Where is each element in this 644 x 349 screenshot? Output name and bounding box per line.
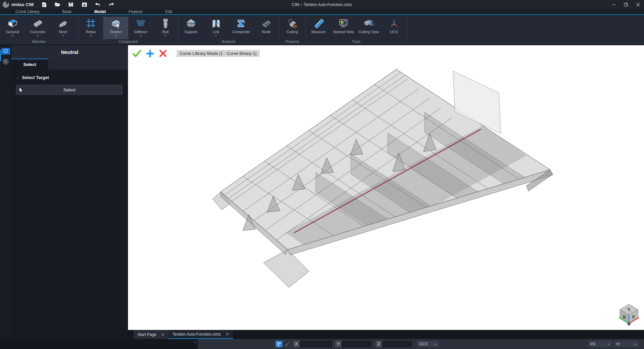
tab-feature[interactable]: Feature (117, 9, 154, 15)
y-coordinate-input[interactable] (341, 341, 372, 347)
dropdown-arrow-icon[interactable]: ▼ (115, 34, 117, 37)
mouse-cursor-icon (116, 22, 121, 30)
ribbon-group-analysis: Support Link ▼ Composite (178, 16, 279, 45)
menu-tab-bar: Curve Library Base Model Feature Edit (0, 9, 644, 15)
tab-model[interactable]: Model (83, 9, 117, 15)
z-coordinate-label: Z (376, 341, 382, 347)
chevron-down-icon[interactable]: ⌄ (16, 76, 19, 79)
select-target-button[interactable]: Select (16, 85, 123, 95)
group-label-component: Component (78, 39, 178, 45)
model-3d-drawing[interactable]: T S F (128, 45, 644, 330)
dropdown-arrow-icon[interactable]: ▼ (90, 34, 92, 37)
tab-curve-library[interactable]: Curve Library (4, 9, 51, 15)
add-icon[interactable] (146, 49, 154, 58)
doc-tab-start-page[interactable]: Start Page ✕ (133, 330, 169, 339)
app-name: midas CIM (11, 2, 34, 7)
view-cube-left-label: S (623, 315, 626, 320)
dropdown-arrow-icon[interactable]: ▼ (139, 34, 142, 37)
concrete-button[interactable]: Concrete ▼ (25, 17, 50, 39)
length-unit-select[interactable]: m ▲ (614, 341, 639, 347)
dropdown-arrow-icon[interactable]: ▼ (62, 34, 64, 37)
group-label-analysis: Analysis (178, 39, 279, 45)
redo-icon[interactable] (108, 2, 114, 7)
x-coordinate-input[interactable] (300, 341, 332, 347)
support-icon (186, 17, 196, 29)
bolt-button[interactable]: Bolt ▼ (153, 17, 178, 39)
close-tab-icon[interactable]: ✕ (226, 332, 229, 337)
ribbon-group-component: Rebar ▼ Tendon ▼ St (78, 16, 178, 45)
support-button[interactable]: Support (178, 17, 203, 39)
ribbon-group-member: General ▼ Concrete ▼ Steel ▼ (0, 16, 78, 45)
steel-icon (58, 17, 68, 29)
measure-button[interactable]: Measure (306, 17, 331, 39)
doc-tab-tendon-auto-function[interactable]: Tendon Auto-Function.cimz ✕ (169, 330, 233, 339)
cutting-view-button[interactable]: Cutting View (356, 17, 381, 39)
status-bar: ▴ X Y Z GCS ▲ kN ▲ (0, 339, 644, 349)
stiffener-button[interactable]: Stiffener ▼ (128, 17, 153, 39)
rebar-button[interactable]: Rebar ▼ (78, 17, 103, 39)
dropdown-arrow-icon[interactable]: ▼ (215, 34, 217, 37)
y-coordinate-label: Y (335, 341, 341, 347)
panel-tab-bar: Select (11, 59, 128, 70)
composite-icon (237, 17, 246, 29)
left-panel: Neutral Select ⌄ Select Target Select (11, 45, 128, 339)
cancel-icon[interactable] (159, 49, 167, 58)
panel-tab-select[interactable]: Select (11, 59, 48, 70)
z-coordinate-input[interactable] (382, 341, 412, 347)
section-header-select-target[interactable]: ⌄ Select Target (11, 70, 128, 80)
status-bar-left (0, 339, 198, 349)
snap-toggle-button[interactable] (275, 341, 282, 347)
dropdown-arrow-icon[interactable]: ▼ (37, 34, 39, 37)
open-file-icon[interactable] (55, 2, 61, 7)
close-button[interactable] (632, 0, 644, 9)
link-button[interactable]: Link ▼ (203, 17, 229, 39)
close-project-icon[interactable] (81, 2, 87, 7)
cutting-button[interactable]: Cutting (279, 17, 306, 39)
cutting-icon (287, 17, 298, 29)
dropdown-arrow-icon[interactable]: ▼ (11, 34, 14, 37)
select-arrow-icon: ▲ (634, 343, 637, 345)
steel-button[interactable]: Steel ▼ (50, 17, 75, 39)
composite-button[interactable]: Composite (229, 17, 254, 39)
ribbon-group-tools: Measure Named View Cutting View (306, 16, 407, 45)
ribbon: General ▼ Concrete ▼ Steel ▼ (0, 16, 644, 45)
ucs-button[interactable]: UCS (381, 17, 406, 39)
ortho-toggle-button[interactable] (283, 341, 291, 347)
tab-base[interactable]: Base (51, 9, 83, 15)
general-icon (8, 17, 18, 29)
measure-icon (314, 17, 324, 29)
ucs-icon (389, 17, 399, 29)
close-tab-icon[interactable]: ✕ (161, 332, 165, 337)
panel-title: Neutral (11, 45, 128, 59)
model-tree-icon[interactable] (1, 57, 10, 66)
node-icon (261, 17, 271, 29)
named-view-icon (339, 17, 349, 29)
general-button[interactable]: General ▼ (0, 17, 25, 39)
restore-button[interactable] (620, 0, 632, 9)
viewport-toolbar: Curve Library Mode (1 : Curve library-1) (133, 49, 260, 58)
new-file-icon[interactable] (41, 2, 47, 7)
bolt-icon (163, 17, 169, 29)
pointer-cursor-icon (19, 87, 23, 94)
force-unit-select[interactable]: kN ▲ (588, 341, 612, 347)
cutting-view-icon (364, 17, 374, 29)
dropdown-arrow-icon[interactable]: ▼ (164, 34, 167, 37)
minimize-button[interactable] (608, 0, 620, 9)
node-button[interactable]: Node (254, 17, 279, 39)
midas-logo-icon (3, 1, 9, 8)
save-icon[interactable] (68, 2, 74, 7)
view-cube[interactable]: T S F (619, 304, 639, 325)
confirm-icon[interactable] (133, 49, 141, 58)
named-view-button[interactable]: Named View (331, 17, 356, 39)
work-view-icon[interactable] (1, 48, 10, 55)
view-cube-right-label: F (632, 315, 635, 320)
expand-arrow-icon[interactable]: ▴ (194, 340, 196, 343)
tendon-button[interactable]: Tendon ▼ (103, 17, 128, 39)
undo-icon[interactable] (95, 2, 101, 7)
concrete-icon (33, 17, 43, 29)
tab-edit[interactable]: Edit (154, 9, 184, 15)
panel-tab-underline (11, 59, 128, 59)
group-label-property: Property (279, 39, 306, 45)
coordinate-system-select[interactable]: GCS ▲ (417, 341, 439, 347)
viewport-3d[interactable]: Curve Library Mode (1 : Curve library-1) (128, 45, 644, 330)
